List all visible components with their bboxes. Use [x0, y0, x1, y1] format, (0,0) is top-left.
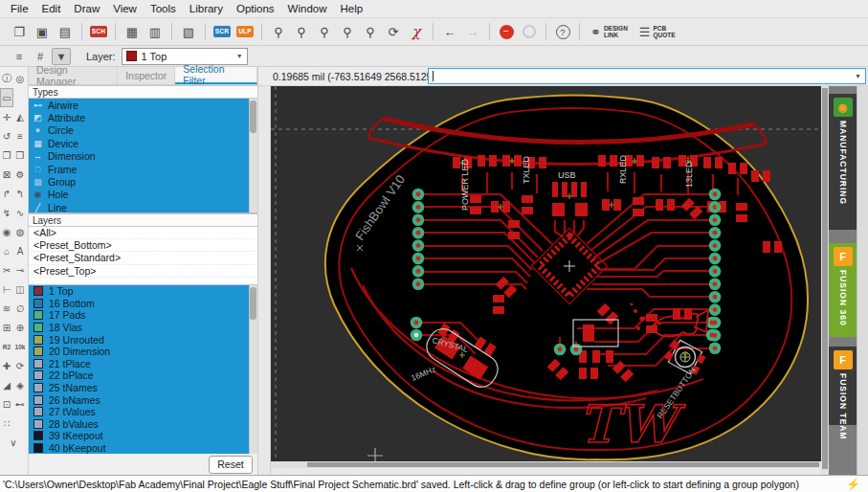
command-input[interactable]: ▼ — [428, 68, 866, 84]
optimize-icon[interactable]: ⟳ — [13, 356, 27, 375]
cancel-icon[interactable]: χ — [405, 21, 428, 42]
layer-21-tplace[interactable]: 21 tPlace — [29, 358, 257, 370]
help-icon[interactable]: ? — [551, 21, 574, 42]
zoom-out-icon[interactable]: ⚲ — [313, 21, 336, 42]
display-layers-icon[interactable]: ≡ — [10, 48, 29, 65]
select-icon[interactable]: ▭ — [0, 88, 13, 107]
design-link-button[interactable]: ⚭ DESIGN LINK — [585, 21, 634, 42]
signal-icon[interactable]: ≋ — [0, 299, 13, 318]
pcb-quote-button[interactable]: ☰ PCB QUOTE — [634, 21, 681, 42]
route-icon[interactable]: ↱ — [0, 184, 13, 203]
layer-39-tkeepout[interactable]: 39 tKeepout — [29, 430, 257, 442]
zoom-in-icon[interactable]: ⚲ — [290, 21, 313, 42]
toolbar-button[interactable] — [545, 23, 546, 40]
toolbar-button[interactable] — [433, 23, 434, 40]
mirror-icon[interactable]: ◭ — [13, 107, 27, 126]
preset-row[interactable]: <Preset_Bottom> — [29, 239, 257, 252]
type-circle[interactable]: ● Circle — [29, 124, 257, 137]
toolbar-button[interactable] — [489, 23, 490, 40]
value-icon[interactable]: 10k — [13, 337, 27, 356]
layer-19-unrouted[interactable]: 19 Unrouted — [29, 333, 257, 346]
wrench-icon[interactable]: ⚙ — [13, 165, 27, 184]
eye-icon[interactable]: ◎ — [13, 69, 27, 88]
board-icon[interactable]: ▦ — [121, 21, 144, 42]
move-icon[interactable]: ✛ — [0, 107, 13, 126]
text-icon[interactable]: A — [13, 241, 27, 260]
type-attribute[interactable]: ◩ Attribute — [29, 111, 257, 123]
hole-icon[interactable]: ∅ — [13, 299, 27, 318]
grid-dots-icon[interactable]: ∷ — [0, 414, 13, 433]
layer-18-vias[interactable]: 18 Vias — [29, 322, 257, 334]
horizontal-scrollbar[interactable] — [271, 461, 821, 468]
airwire-icon[interactable]: ⊸ — [13, 260, 27, 280]
layer-20-dimension[interactable]: 20 Dimension — [29, 346, 257, 358]
library-icon[interactable]: ▧ — [177, 21, 200, 42]
pcb-canvas[interactable]: FishBowl V10 POWER LED TXLED USB RXLED 1… — [271, 86, 821, 461]
layers-scrollbar[interactable] — [249, 285, 257, 454]
layer-26-bnames[interactable]: 26 bNames — [29, 393, 257, 406]
layer-16-bottom[interactable]: 16 Bottom — [29, 298, 257, 310]
preset-row[interactable]: <Preset_Standard> — [29, 252, 257, 264]
pin-icon[interactable]: ⊢ — [0, 280, 13, 299]
menu-item[interactable]: View — [106, 1, 144, 16]
pad-icon[interactable]: ◍ — [13, 222, 27, 241]
type-airwire[interactable]: ⊷ Airwire — [29, 99, 257, 111]
toolbar-button[interactable] — [81, 23, 82, 40]
menu-item[interactable]: Window — [281, 1, 334, 16]
types-scrollbar[interactable] — [249, 99, 257, 212]
schematic-badge[interactable]: SCH — [87, 21, 110, 42]
toolbar-button[interactable] — [205, 23, 206, 40]
menu-item[interactable]: Help — [333, 1, 369, 16]
attribute-icon[interactable]: ◈ — [13, 375, 27, 394]
tab-fusion-360[interactable]: F FUSION 360 — [829, 243, 857, 337]
zoom-select-icon[interactable]: ⚲ — [336, 21, 359, 42]
type-line[interactable]: ╱ Line — [29, 201, 257, 213]
run-icon[interactable]: ● — [518, 21, 541, 42]
layer-25-tnames[interactable]: 25 tNames — [29, 382, 257, 394]
copy-icon[interactable]: ❐ — [0, 145, 13, 165]
tab-fusion-team[interactable]: F FUSION TEAM — [829, 347, 857, 425]
vertical-scrollbar[interactable] — [821, 86, 829, 475]
type-group[interactable]: ▩ Group — [29, 175, 257, 188]
layer-40-bkeepout[interactable]: 40 bKeepout — [29, 442, 257, 454]
measure-icon[interactable]: ⊷ — [13, 394, 27, 414]
toolbar-button[interactable] — [261, 23, 262, 40]
polygon-icon[interactable]: ⌂ — [0, 241, 13, 260]
menu-item[interactable]: Options — [230, 1, 281, 16]
refresh-icon[interactable]: ⟳ — [382, 21, 405, 42]
preset-row[interactable]: <All> — [29, 227, 257, 239]
lock-icon[interactable]: ⊡ — [0, 394, 13, 414]
zoom-redraw-icon[interactable]: ⚲ — [359, 21, 382, 42]
paste-icon[interactable]: ❒ — [13, 145, 27, 165]
stop-icon[interactable]: − — [495, 21, 518, 42]
info-icon[interactable]: ⓘ — [0, 69, 13, 88]
tab-selection-filter[interactable]: Selection Filter — [175, 67, 257, 84]
redo-icon[interactable]: → — [461, 21, 484, 42]
print-icon[interactable]: ▤ — [54, 21, 77, 42]
split-icon[interactable]: ✂ — [0, 260, 13, 280]
toolbar-button[interactable] — [171, 23, 172, 40]
layer-27-tvalues[interactable]: 27 tValues — [29, 406, 257, 418]
ulp-badge[interactable]: ULP — [234, 21, 256, 42]
route-diag-icon[interactable]: ↯ — [0, 203, 13, 222]
eraser-icon[interactable]: ◢ — [0, 375, 13, 394]
open-file-icon[interactable]: ❐ — [8, 21, 31, 42]
add-part-icon[interactable]: ⊞ — [0, 318, 13, 337]
mark-icon[interactable]: ✚ — [0, 356, 13, 375]
layer-1-top[interactable]: 1 Top — [29, 285, 257, 298]
delete-icon[interactable]: ⊠ — [0, 165, 13, 184]
save-icon[interactable]: ▣ — [31, 21, 54, 42]
tab-inspector[interactable]: Inspector — [118, 67, 175, 84]
type-dimension[interactable]: ↔ Dimension — [29, 150, 257, 163]
layer-22-bplace[interactable]: 22 bPlace — [29, 369, 257, 382]
zoom-fit-icon[interactable]: ⚲ — [267, 21, 290, 42]
toolbar-button[interactable] — [115, 23, 116, 40]
ripup-icon[interactable]: ↰ — [13, 184, 27, 203]
tab-design-manager[interactable]: Design Manager — [29, 67, 118, 84]
connect-icon[interactable]: ⊕ — [13, 318, 27, 337]
type-device[interactable]: ▦ Device — [29, 137, 257, 149]
rotate-icon[interactable]: ↺ — [0, 126, 13, 145]
more-tools-icon[interactable]: ∨ — [0, 433, 27, 452]
grid-icon[interactable]: # — [31, 48, 50, 65]
preset-row[interactable]: <Preset_Top> — [29, 265, 257, 278]
